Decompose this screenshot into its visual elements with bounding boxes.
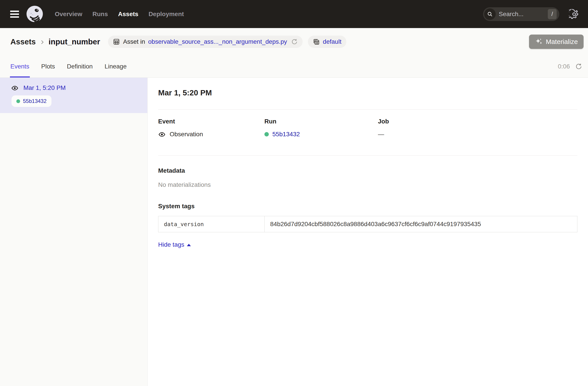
dagster-logo-icon[interactable] bbox=[26, 5, 43, 23]
event-detail-panel: Mar 1, 5:20 PM Event Observation bbox=[147, 78, 588, 386]
page-header: Assets input_number Asset in bbox=[0, 28, 588, 78]
tab-lineage[interactable]: Lineage bbox=[105, 55, 127, 78]
observation-eye-icon bbox=[11, 85, 19, 91]
hamburger-menu-icon[interactable] bbox=[10, 11, 19, 18]
system-tags-table: data_version 84b26d7d9204cbf588026c8a988… bbox=[158, 216, 577, 232]
tag-key-cell: data_version bbox=[158, 216, 265, 232]
system-tags-heading: System tags bbox=[158, 203, 577, 210]
settings-gear-icon[interactable] bbox=[569, 9, 579, 19]
observation-eye-icon bbox=[158, 131, 166, 137]
nav-item-overview[interactable]: Overview bbox=[55, 11, 82, 18]
content-area: Mar 1, 5:20 PM 55b13432 Mar 1, 5:20 PM E… bbox=[0, 78, 588, 386]
asset-definition-link[interactable]: observable_source_ass..._non_argument_de… bbox=[148, 38, 287, 45]
run-success-dot bbox=[264, 132, 269, 137]
page-title: input_number bbox=[49, 37, 100, 46]
refresh-icon[interactable] bbox=[575, 63, 582, 70]
run-column: Run 55b13432 bbox=[264, 118, 378, 138]
primary-nav: Overview Runs Assets Deployment bbox=[55, 11, 184, 18]
divider bbox=[158, 109, 577, 110]
search-box[interactable]: / bbox=[483, 7, 559, 21]
refresh-countdown: 0:06 bbox=[558, 63, 570, 70]
event-summary-columns: Event Observation Run bbox=[158, 118, 577, 138]
top-nav: Overview Runs Assets Deployment / bbox=[0, 0, 588, 28]
tab-plots[interactable]: Plots bbox=[41, 55, 55, 78]
nav-item-deployment[interactable]: Deployment bbox=[148, 11, 184, 18]
search-icon bbox=[484, 8, 496, 20]
event-type-value: Observation bbox=[170, 131, 203, 138]
run-column-header: Run bbox=[264, 118, 378, 125]
run-id-badge: 55b13432 bbox=[11, 95, 51, 107]
hide-tags-label: Hide tags bbox=[158, 241, 184, 248]
code-location-icon bbox=[313, 38, 320, 45]
chevron-right-icon bbox=[39, 39, 45, 45]
sparkle-icon bbox=[535, 38, 543, 46]
breadcrumb-assets-link[interactable]: Assets bbox=[10, 37, 36, 46]
reload-definitions-icon[interactable] bbox=[291, 39, 298, 45]
nav-item-assets[interactable]: Assets bbox=[118, 11, 139, 18]
divider bbox=[158, 155, 577, 156]
tab-definition[interactable]: Definition bbox=[67, 55, 93, 78]
event-detail-heading: Mar 1, 5:20 PM bbox=[158, 88, 577, 97]
tag-value-cell: 84b26d7d9204cbf588026c8a9886d403a6c9637c… bbox=[265, 216, 577, 232]
job-empty-value: — bbox=[378, 131, 384, 138]
event-list-item[interactable]: Mar 1, 5:20 PM 55b13432 bbox=[0, 78, 147, 113]
run-id-label: 55b13432 bbox=[23, 98, 47, 104]
code-location-link[interactable]: default bbox=[323, 38, 341, 45]
event-list-sidebar: Mar 1, 5:20 PM 55b13432 bbox=[0, 78, 147, 386]
materialize-button[interactable]: Materialize bbox=[529, 34, 584, 49]
breadcrumb: Assets input_number Asset in bbox=[0, 28, 588, 55]
run-success-dot bbox=[16, 99, 20, 103]
materialize-button-label: Materialize bbox=[546, 38, 578, 45]
event-column-header: Event bbox=[158, 118, 264, 125]
asset-definition-pill: Asset in observable_source_ass..._non_ar… bbox=[108, 36, 302, 48]
tab-events[interactable]: Events bbox=[10, 55, 29, 78]
asset-table-icon bbox=[113, 38, 120, 45]
event-timestamp-link: Mar 1, 5:20 PM bbox=[23, 84, 66, 91]
dagster-app: Overview Runs Assets Deployment / bbox=[0, 0, 588, 386]
caret-up-icon bbox=[187, 244, 191, 246]
code-location-pill: default bbox=[308, 36, 346, 48]
asset-tabs: Events Plots Definition Lineage 0:06 bbox=[0, 55, 588, 78]
asset-in-label: Asset in bbox=[123, 38, 145, 45]
hide-tags-link[interactable]: Hide tags bbox=[158, 241, 191, 248]
event-column: Event Observation bbox=[158, 118, 264, 138]
table-row: data_version 84b26d7d9204cbf588026c8a988… bbox=[158, 216, 577, 232]
run-id-link[interactable]: 55b13432 bbox=[272, 131, 300, 138]
job-column: Job — bbox=[378, 118, 577, 138]
metadata-empty-text: No materializations bbox=[158, 181, 577, 188]
metadata-heading: Metadata bbox=[158, 167, 577, 174]
job-column-header: Job bbox=[378, 118, 577, 125]
nav-item-runs[interactable]: Runs bbox=[93, 11, 108, 18]
search-shortcut-badge: / bbox=[548, 9, 557, 19]
search-input[interactable] bbox=[496, 11, 548, 18]
